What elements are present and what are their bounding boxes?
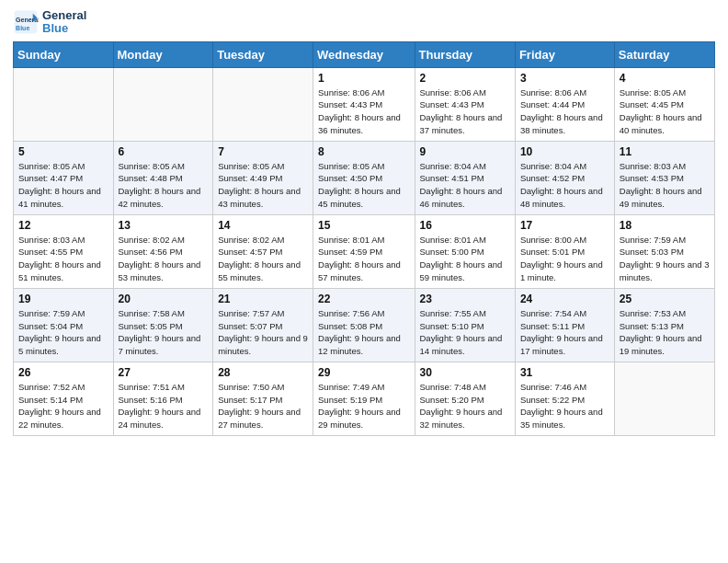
calendar-cell: 18Sunrise: 7:59 AMSunset: 5:03 PMDayligh… <box>614 214 714 288</box>
day-detail: Sunrise: 8:00 AMSunset: 5:01 PMDaylight:… <box>520 234 609 284</box>
day-detail: Sunrise: 8:06 AMSunset: 4:44 PMDaylight:… <box>520 86 609 137</box>
week-row-2: 5Sunrise: 8:05 AMSunset: 4:47 PMDaylight… <box>14 141 715 214</box>
day-number: 5 <box>18 145 108 158</box>
calendar-cell: 8Sunrise: 8:05 AMSunset: 4:50 PMDaylight… <box>313 141 415 214</box>
day-number: 11 <box>620 145 710 158</box>
calendar-cell: 12Sunrise: 8:03 AMSunset: 4:55 PMDayligh… <box>14 214 114 288</box>
day-detail: Sunrise: 8:06 AMSunset: 4:43 PMDaylight:… <box>318 86 409 137</box>
day-number: 26 <box>18 366 108 379</box>
logo-icon: General Blue <box>13 9 39 35</box>
day-detail: Sunrise: 7:57 AMSunset: 5:07 PMDaylight:… <box>218 307 308 358</box>
day-detail: Sunrise: 7:59 AMSunset: 5:04 PMDaylight:… <box>18 307 108 358</box>
day-number: 2 <box>420 72 510 85</box>
weekday-header-friday: Friday <box>515 41 614 67</box>
day-detail: Sunrise: 7:48 AMSunset: 5:20 PMDaylight:… <box>420 381 510 431</box>
calendar-cell: 26Sunrise: 7:52 AMSunset: 5:14 PMDayligh… <box>14 362 114 435</box>
day-number: 24 <box>520 293 609 305</box>
weekday-header-saturday: Saturday <box>614 41 714 67</box>
calendar-cell: 23Sunrise: 7:55 AMSunset: 5:10 PMDayligh… <box>415 288 515 362</box>
day-detail: Sunrise: 7:55 AMSunset: 5:10 PMDaylight:… <box>420 307 510 358</box>
day-detail: Sunrise: 8:05 AMSunset: 4:50 PMDaylight:… <box>318 160 409 211</box>
header: General Blue General Blue <box>13 9 715 36</box>
day-number: 30 <box>420 366 510 379</box>
calendar-cell: 5Sunrise: 8:05 AMSunset: 4:47 PMDaylight… <box>14 141 114 214</box>
day-detail: Sunrise: 7:59 AMSunset: 5:03 PMDaylight:… <box>620 234 710 284</box>
calendar-cell: 6Sunrise: 8:05 AMSunset: 4:48 PMDaylight… <box>113 141 213 214</box>
day-number: 23 <box>420 293 510 305</box>
calendar-cell: 13Sunrise: 8:02 AMSunset: 4:56 PMDayligh… <box>113 214 213 288</box>
calendar-cell: 29Sunrise: 7:49 AMSunset: 5:19 PMDayligh… <box>313 362 415 435</box>
day-number: 22 <box>318 293 409 305</box>
calendar-cell: 31Sunrise: 7:46 AMSunset: 5:22 PMDayligh… <box>515 362 614 435</box>
calendar-cell: 7Sunrise: 8:05 AMSunset: 4:49 PMDaylight… <box>213 141 313 214</box>
day-detail: Sunrise: 8:02 AMSunset: 4:56 PMDaylight:… <box>119 234 209 284</box>
day-detail: Sunrise: 8:03 AMSunset: 4:53 PMDaylight:… <box>620 160 710 211</box>
week-row-3: 12Sunrise: 8:03 AMSunset: 4:55 PMDayligh… <box>14 214 715 288</box>
day-number: 27 <box>119 366 209 379</box>
calendar-cell: 14Sunrise: 8:02 AMSunset: 4:57 PMDayligh… <box>213 214 313 288</box>
weekday-header-sunday: Sunday <box>14 41 114 67</box>
day-number: 19 <box>18 293 108 305</box>
calendar-cell: 4Sunrise: 8:05 AMSunset: 4:45 PMDaylight… <box>614 67 714 141</box>
day-detail: Sunrise: 8:03 AMSunset: 4:55 PMDaylight:… <box>18 234 108 284</box>
day-number: 3 <box>520 72 609 85</box>
day-number: 6 <box>119 145 209 158</box>
day-detail: Sunrise: 8:06 AMSunset: 4:43 PMDaylight:… <box>420 86 510 137</box>
day-number: 14 <box>218 219 308 232</box>
calendar-cell: 10Sunrise: 8:04 AMSunset: 4:52 PMDayligh… <box>515 141 614 214</box>
calendar-cell: 1Sunrise: 8:06 AMSunset: 4:43 PMDaylight… <box>313 67 415 141</box>
day-number: 17 <box>520 219 609 232</box>
day-detail: Sunrise: 8:04 AMSunset: 4:52 PMDaylight:… <box>520 160 609 211</box>
logo-text: General Blue <box>42 9 86 36</box>
day-number: 20 <box>119 293 209 305</box>
calendar-cell <box>614 362 714 435</box>
day-detail: Sunrise: 8:05 AMSunset: 4:48 PMDaylight:… <box>119 160 209 211</box>
calendar-cell <box>213 67 313 141</box>
calendar-cell: 20Sunrise: 7:58 AMSunset: 5:05 PMDayligh… <box>113 288 213 362</box>
day-detail: Sunrise: 8:01 AMSunset: 5:00 PMDaylight:… <box>420 234 510 284</box>
day-number: 16 <box>420 219 510 232</box>
calendar-cell: 15Sunrise: 8:01 AMSunset: 4:59 PMDayligh… <box>313 214 415 288</box>
calendar-cell: 22Sunrise: 7:56 AMSunset: 5:08 PMDayligh… <box>313 288 415 362</box>
day-detail: Sunrise: 7:56 AMSunset: 5:08 PMDaylight:… <box>318 307 409 358</box>
day-number: 25 <box>620 293 710 305</box>
day-detail: Sunrise: 7:50 AMSunset: 5:17 PMDaylight:… <box>218 381 308 431</box>
day-detail: Sunrise: 8:05 AMSunset: 4:47 PMDaylight:… <box>18 160 108 211</box>
calendar-cell: 24Sunrise: 7:54 AMSunset: 5:11 PMDayligh… <box>515 288 614 362</box>
calendar-cell: 17Sunrise: 8:00 AMSunset: 5:01 PMDayligh… <box>515 214 614 288</box>
page: General Blue General Blue SundayMondayTu… <box>0 0 728 445</box>
day-detail: Sunrise: 8:04 AMSunset: 4:51 PMDaylight:… <box>420 160 510 211</box>
calendar-cell <box>14 67 114 141</box>
svg-text:Blue: Blue <box>16 25 29 31</box>
day-detail: Sunrise: 7:58 AMSunset: 5:05 PMDaylight:… <box>119 307 209 358</box>
day-detail: Sunrise: 8:05 AMSunset: 4:49 PMDaylight:… <box>218 160 308 211</box>
calendar-cell: 25Sunrise: 7:53 AMSunset: 5:13 PMDayligh… <box>614 288 714 362</box>
week-row-4: 19Sunrise: 7:59 AMSunset: 5:04 PMDayligh… <box>14 288 715 362</box>
day-number: 9 <box>420 145 510 158</box>
day-detail: Sunrise: 7:46 AMSunset: 5:22 PMDaylight:… <box>520 381 609 431</box>
day-number: 12 <box>18 219 108 232</box>
calendar-cell <box>113 67 213 141</box>
week-row-1: 1Sunrise: 8:06 AMSunset: 4:43 PMDaylight… <box>14 67 715 141</box>
day-number: 15 <box>318 219 409 232</box>
day-number: 28 <box>218 366 308 379</box>
day-number: 1 <box>318 72 409 85</box>
day-number: 8 <box>318 145 409 158</box>
weekday-header-wednesday: Wednesday <box>313 41 415 67</box>
weekday-header-row: SundayMondayTuesdayWednesdayThursdayFrid… <box>14 41 715 67</box>
calendar-cell: 16Sunrise: 8:01 AMSunset: 5:00 PMDayligh… <box>415 214 515 288</box>
calendar-cell: 30Sunrise: 7:48 AMSunset: 5:20 PMDayligh… <box>415 362 515 435</box>
day-detail: Sunrise: 7:51 AMSunset: 5:16 PMDaylight:… <box>119 381 209 431</box>
day-detail: Sunrise: 7:53 AMSunset: 5:13 PMDaylight:… <box>620 307 710 358</box>
logo: General Blue General Blue <box>13 9 86 36</box>
weekday-header-monday: Monday <box>113 41 213 67</box>
day-detail: Sunrise: 7:52 AMSunset: 5:14 PMDaylight:… <box>18 381 108 431</box>
day-detail: Sunrise: 8:02 AMSunset: 4:57 PMDaylight:… <box>218 234 308 284</box>
day-number: 4 <box>620 72 710 85</box>
day-number: 21 <box>218 293 308 305</box>
calendar-cell: 27Sunrise: 7:51 AMSunset: 5:16 PMDayligh… <box>113 362 213 435</box>
calendar-cell: 19Sunrise: 7:59 AMSunset: 5:04 PMDayligh… <box>14 288 114 362</box>
calendar-cell: 3Sunrise: 8:06 AMSunset: 4:44 PMDaylight… <box>515 67 614 141</box>
day-number: 7 <box>218 145 308 158</box>
calendar-cell: 11Sunrise: 8:03 AMSunset: 4:53 PMDayligh… <box>614 141 714 214</box>
